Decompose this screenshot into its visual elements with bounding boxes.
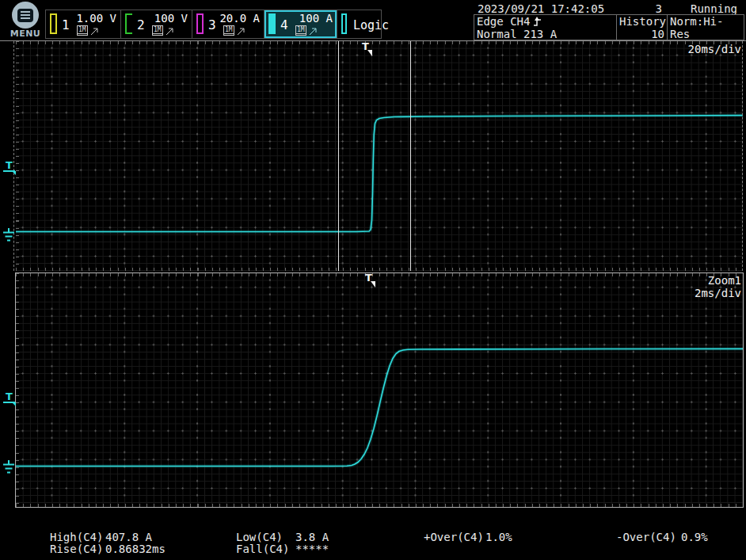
measurement-row: +Over(C4) 1.0% (424, 531, 512, 543)
channel-2-coupling-icon (125, 13, 132, 34)
trigger-position-marker-main[interactable]: T (362, 41, 375, 54)
datetime: 2023/09/21 17:42:05 (478, 2, 604, 15)
measurement-label: Rise(C4) (50, 543, 105, 555)
waveform-ch4-zoom1 (16, 273, 743, 507)
impedance-icon: 1M (223, 25, 234, 36)
measurement-row: -Over(C4) 0.9% (616, 531, 708, 543)
trigger-level-marker-zoom1[interactable]: T (3, 391, 15, 403)
zoom1-waveform-window (15, 272, 744, 508)
measurement-label: Fall(C4) (236, 543, 277, 555)
channel-4-coupling-icon (268, 13, 276, 34)
trigger-mode: Edge CH4 (477, 15, 530, 28)
menu-label: MENU (7, 29, 44, 39)
impedance-icon: 1M (295, 25, 306, 36)
impedance-icon: 1M (77, 25, 88, 36)
oscilloscope-screen: MENU 1 1.00 V 1M 2 100 V 1M 3 20.0 A (0, 0, 746, 560)
channel-1-coupling-icon (50, 13, 57, 34)
acquisition-cell[interactable]: Norm:Hi-Res 12.5MS/s (668, 15, 744, 40)
run-state: Running (691, 2, 737, 15)
measurement-value: 0.9% (681, 531, 708, 543)
main-waveform-window (16, 41, 743, 271)
channel-2-button[interactable]: 2 100 V 1M (121, 10, 192, 38)
main-right-edge (742, 41, 743, 271)
zoom1-title: Zoom1 (708, 274, 741, 287)
probe-icon (90, 28, 99, 36)
measurement-row: Rise(C4) 0.86832ms (50, 543, 166, 555)
logic-button[interactable]: Logic (337, 10, 381, 38)
trigger-position-marker-zoom1[interactable]: T (365, 272, 378, 285)
menu-icon (12, 2, 39, 29)
acquisition-count: 3 (645, 2, 662, 15)
measurement-row: Fall(C4) ***** (236, 543, 329, 555)
measurement-block-2: Low(C4) 3.8 A Fall(C4) ***** (236, 531, 329, 555)
measurement-block-3: +Over(C4) 1.0% (424, 531, 512, 543)
history-value: 10 (619, 28, 664, 40)
measurement-value: 1.0% (485, 531, 512, 543)
channel-scale-value: 20.0 A (219, 12, 260, 25)
main-timebase-label: 20ms/div (688, 43, 741, 55)
measurement-label: High(C4) (50, 531, 105, 543)
history-label: History (619, 15, 664, 28)
channel-scale-value: 100 V (154, 12, 188, 25)
measurement-value: ***** (295, 543, 329, 555)
measurement-block-1: High(C4) 407.8 A Rise(C4) 0.86832ms (50, 531, 166, 555)
measurement-block-4: -Over(C4) 0.9% (616, 531, 708, 543)
acquisition-mode: Norm:Hi-Res (670, 15, 741, 40)
impedance-icon: 1M (152, 25, 163, 36)
channel-number: 2 (137, 17, 145, 32)
logic-indicator-icon (341, 13, 347, 34)
ground-level-icon-zoom1[interactable] (2, 460, 15, 476)
measurement-row: High(C4) 407.8 A (50, 531, 166, 543)
logic-label: Logic (353, 18, 389, 32)
channel-scale-value: 1.00 V (76, 12, 116, 25)
channel-bar: 1 1.00 V 1M 2 100 V 1M 3 20.0 A 1M (45, 10, 382, 39)
channel-1-button[interactable]: 1 1.00 V 1M (46, 10, 121, 38)
rising-edge-icon (533, 17, 542, 27)
menu-button[interactable]: MENU (7, 2, 44, 39)
channel-3-coupling-icon (196, 13, 204, 34)
measurement-value: 407.8 A (105, 531, 152, 543)
measurement-label: +Over(C4) (424, 531, 479, 543)
waveform-ch4-main (16, 41, 743, 271)
trigger-status-box: Edge CH4 Normal 213 A History 10 Norm:Hi… (474, 14, 744, 40)
trigger-setting: Normal 213 A (477, 28, 557, 40)
measurement-label: -Over(C4) (616, 531, 672, 543)
channel-number: 1 (62, 17, 70, 32)
channel-number: 4 (280, 17, 288, 32)
zoom-box-right-cursor[interactable] (410, 41, 411, 271)
measurement-row: Low(C4) 3.8 A (236, 531, 329, 543)
trigger-settings[interactable]: Edge CH4 Normal 213 A (474, 15, 617, 40)
zoom1-timebase-label: 2ms/div (695, 287, 741, 299)
channel-4-button[interactable]: 4 100 A 1M (265, 10, 337, 38)
probe-icon (237, 28, 245, 36)
ground-level-icon-main[interactable] (2, 228, 15, 244)
probe-icon (166, 28, 174, 36)
trigger-level-marker-main[interactable]: T (3, 160, 15, 172)
channel-3-button[interactable]: 3 20.0 A 1M (192, 10, 265, 38)
measurement-value: 3.8 A (295, 531, 329, 543)
channel-number: 3 (208, 17, 216, 32)
history-cell[interactable]: History 10 (617, 15, 668, 40)
measurement-label: Low(C4) (236, 531, 277, 543)
probe-icon (309, 28, 318, 36)
channel-scale-value: 100 A (299, 12, 333, 25)
zoom-box-left-cursor[interactable] (338, 41, 339, 271)
measurement-value: 0.86832ms (105, 543, 166, 555)
